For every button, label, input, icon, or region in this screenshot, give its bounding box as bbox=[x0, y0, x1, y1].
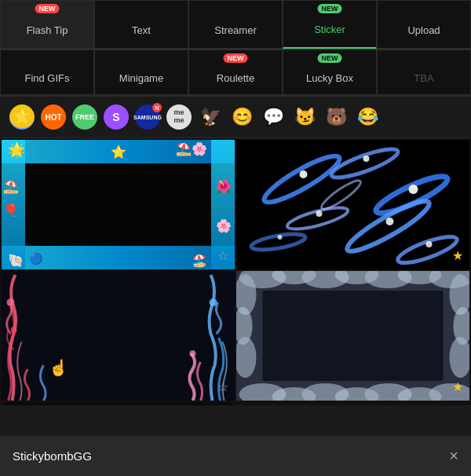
svg-point-13 bbox=[278, 235, 283, 240]
minigame-label: Minigame bbox=[119, 72, 163, 84]
filter-smile[interactable]: 😊 bbox=[229, 104, 254, 130]
flash-tip-label: Flash Tip bbox=[27, 24, 68, 36]
svg-point-17 bbox=[11, 327, 17, 333]
svg-point-2 bbox=[373, 170, 451, 219]
svg-point-14 bbox=[426, 241, 433, 247]
sticker-beach-star[interactable]: ☆ bbox=[217, 248, 228, 263]
nav-text[interactable]: Text bbox=[94, 0, 188, 49]
cursor-pointer-icon: ☝ bbox=[49, 358, 68, 377]
nav-streamer[interactable]: Streamer bbox=[188, 0, 283, 49]
svg-point-19 bbox=[190, 350, 196, 357]
nav-row-2: Find GIFs Minigame NEW Roulette NEW Luck… bbox=[0, 49, 471, 97]
sticker-partial-left[interactable] bbox=[2, 402, 235, 405]
lucky-box-label: Lucky Box bbox=[306, 72, 353, 84]
lucky-box-badge: NEW bbox=[318, 53, 342, 63]
filter-speech[interactable]: 💬 bbox=[261, 104, 286, 130]
sticker-coral-star[interactable]: ☆ bbox=[217, 379, 228, 394]
roulette-badge: NEW bbox=[224, 53, 248, 63]
svg-point-11 bbox=[316, 211, 323, 217]
partial-svg-right bbox=[236, 402, 469, 405]
filter-row: ⭐ HOT FREE S SAMSUNG N meme 🦅 😊 💬 😼 🐻 😂 bbox=[0, 97, 471, 138]
svg-rect-42 bbox=[5, 402, 232, 405]
nav-tba: TBA bbox=[377, 49, 471, 95]
roulette-label: Roulette bbox=[217, 72, 254, 84]
coral-svg bbox=[2, 271, 235, 401]
sticker-cloud-star[interactable]: ★ bbox=[452, 379, 463, 394]
samsung-n-badge: N bbox=[152, 103, 162, 112]
filter-star[interactable]: ⭐ bbox=[9, 104, 35, 130]
username-label: StickybombGG bbox=[13, 449, 92, 463]
sticker-streaks-star[interactable]: ★ bbox=[452, 248, 463, 263]
svg-point-0 bbox=[260, 149, 344, 209]
sticker-grid: 🌟 🌸 ⛱️ 🐚 🏖️ ⛱️ 🎈 🌺 🌸 ⭐ 🔵 ☆ bbox=[0, 138, 471, 405]
filter-streamlabs[interactable]: S bbox=[104, 104, 129, 130]
tba-label: TBA bbox=[414, 72, 433, 84]
nav-sticker[interactable]: NEW Sticker bbox=[283, 0, 377, 49]
bottom-bar: StickybombGG × bbox=[0, 436, 471, 476]
close-button[interactable]: × bbox=[449, 447, 458, 465]
blue-streaks-svg bbox=[236, 140, 469, 269]
nav-row-1: NEW Flash Tip Text Streamer NEW Sticker … bbox=[0, 0, 471, 49]
svg-point-3 bbox=[286, 203, 350, 233]
nav-flash-tip[interactable]: NEW Flash Tip bbox=[0, 0, 94, 49]
streamer-label: Streamer bbox=[214, 24, 256, 36]
partial-svg-left bbox=[2, 402, 235, 405]
svg-point-16 bbox=[7, 298, 15, 306]
filter-free[interactable]: FREE bbox=[72, 104, 97, 130]
filter-laugh[interactable]: 😂 bbox=[355, 104, 380, 130]
filter-hot[interactable]: HOT bbox=[41, 104, 66, 130]
sticker-cloud-frame[interactable]: ★ bbox=[236, 271, 469, 401]
filter-meme[interactable]: meme bbox=[166, 104, 192, 130]
svg-point-8 bbox=[300, 170, 308, 178]
svg-point-9 bbox=[363, 156, 370, 162]
text-label: Text bbox=[132, 24, 151, 36]
nav-roulette[interactable]: NEW Roulette bbox=[188, 49, 283, 95]
filter-samsung[interactable]: SAMSUNG N bbox=[135, 104, 160, 130]
sticker-partial-right[interactable] bbox=[236, 402, 469, 405]
svg-point-5 bbox=[250, 231, 307, 253]
filter-animal[interactable]: 🐻 bbox=[323, 104, 349, 130]
svg-rect-41 bbox=[263, 291, 444, 381]
flash-tip-badge: NEW bbox=[35, 4, 60, 13]
nav-lucky-box[interactable]: NEW Lucky Box bbox=[283, 49, 377, 95]
sticker-badge: NEW bbox=[318, 4, 342, 13]
nav-upload[interactable]: Upload bbox=[377, 0, 471, 49]
cloud-svg bbox=[236, 271, 469, 401]
svg-rect-44 bbox=[239, 402, 467, 405]
svg-point-12 bbox=[386, 218, 394, 225]
svg-point-10 bbox=[409, 185, 418, 194]
svg-point-6 bbox=[395, 232, 459, 268]
nav-find-gifs[interactable]: Find GIFs bbox=[0, 49, 94, 95]
sticker-blue-streaks[interactable]: ★ bbox=[236, 140, 469, 269]
svg-point-4 bbox=[343, 195, 434, 258]
nav-minigame[interactable]: Minigame bbox=[94, 49, 188, 95]
sticker-coral-frame[interactable]: ☝ ☆ bbox=[2, 271, 235, 401]
upload-label: Upload bbox=[407, 24, 440, 36]
svg-point-18 bbox=[210, 298, 217, 306]
sticker-beach-frame[interactable]: 🌟 🌸 ⛱️ 🐚 🏖️ ⛱️ 🎈 🌺 🌸 ⭐ 🔵 ☆ bbox=[2, 140, 235, 269]
find-gifs-label: Find GIFs bbox=[24, 72, 69, 84]
filter-cat[interactable]: 😼 bbox=[292, 104, 317, 130]
sticker-label: Sticker bbox=[314, 24, 345, 35]
filter-owl[interactable]: 🦅 bbox=[198, 104, 223, 130]
